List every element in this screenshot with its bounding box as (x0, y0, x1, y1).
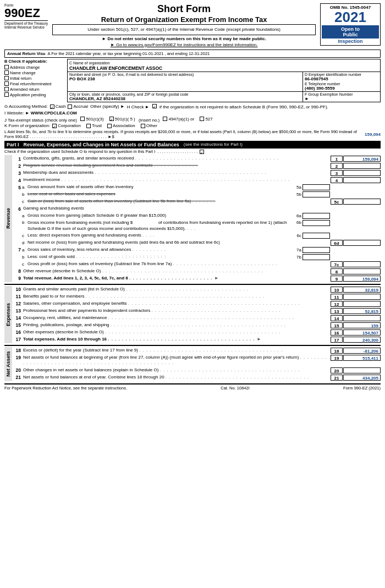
cash-checkbox[interactable] (50, 105, 54, 109)
tax-year-text: A For the 2021 calendar year, or tax yea… (47, 51, 210, 56)
line-6a-letter: a (22, 213, 26, 218)
other-label: Other (specify) ► (90, 104, 125, 109)
line-3-amount (343, 170, 381, 176)
line-5b-desc: Less: cost or other basis and sales expe… (26, 191, 296, 197)
line-12-desc: Salaries, other compensation, and employ… (22, 301, 330, 306)
line-1-desc: Contributions, gifts, grants, and simila… (22, 156, 330, 161)
amended-return-checkbox[interactable] (4, 87, 9, 91)
accrual-checkbox-group: Accrual (68, 104, 88, 109)
line-14-amount (343, 315, 381, 321)
line-13-num: 13 (12, 308, 22, 314)
k-trust-checkbox[interactable] (86, 124, 91, 128)
h-checkbox[interactable] (152, 104, 157, 108)
i-value: WWW.CPDCLEA.COM (31, 111, 77, 116)
part1-heading: Revenue, Expenses, and Changes in Net As… (24, 142, 179, 147)
line-6c-box (302, 233, 330, 239)
f-label: F Group Exemption Number (305, 92, 378, 96)
line-5-num: 5 (12, 185, 22, 190)
line-7b-row: b Less: cost of goods sold . . . . . . .… (12, 254, 381, 261)
c-label: C Name of organization (69, 61, 110, 65)
line-20-num: 20 (12, 367, 22, 373)
check-final-return: Final return/terminated (4, 81, 65, 86)
5b-label: 5b (296, 192, 301, 197)
accrual-checkbox[interactable] (68, 105, 72, 109)
check-applicable-section: B Check if applicable: Address change Na… (4, 59, 65, 102)
line-16-amount: 154,507 (343, 329, 381, 336)
line-5c-ref: 5c (331, 199, 343, 205)
revenue-section: Revenue 1 Contributions, gifts, grants, … (4, 155, 381, 282)
line-4-num: 4 (12, 178, 22, 183)
line-19-row: 19 Net assets or fund balances at beginn… (12, 354, 381, 367)
accrual-label: Accrual (73, 104, 88, 109)
line-1-num: 1 (12, 156, 22, 162)
6c-label: 6c (297, 233, 301, 238)
line-7a-letter: a (22, 248, 26, 252)
check-application-pending: Application pending (4, 92, 65, 97)
address-change-label: Address change (10, 65, 40, 70)
line-5b-row: b Less: cost or other basis and sales ex… (12, 191, 381, 198)
name-change-checkbox[interactable] (4, 70, 9, 75)
line-15-desc: Printing, publications, postage, and shi… (22, 322, 330, 328)
line-5a-letter: a (22, 185, 26, 190)
i-label: I Website: ► (4, 111, 30, 116)
line-2-num: 2 (12, 163, 22, 169)
line-11-num: 11 (12, 294, 22, 299)
line-3-desc: Membership dues and assessments . . . . … (22, 170, 330, 175)
check-initial-return: Initial return (4, 76, 65, 81)
return-title: Return of Organization Exempt From Incom… (52, 15, 316, 25)
line-7a-box (302, 247, 330, 253)
part1-schedule-o-checkbox[interactable] (200, 150, 204, 154)
line-11-desc: Benefits paid to or for members . . . . … (22, 294, 330, 299)
accounting-method-row: G Accounting Method: Cash Accrual Other … (4, 104, 381, 109)
line-16-num: 16 (12, 329, 22, 335)
initial-return-checkbox[interactable] (4, 76, 9, 80)
j-4947: 4947(a)(1) or (168, 117, 194, 122)
7a-label: 7a (296, 248, 301, 252)
k-corp-checkbox[interactable] (52, 124, 57, 128)
footer-bar: For Paperwork Reduction Act Notice, see … (4, 383, 381, 391)
phone-value: (480) 390-5559 (305, 86, 378, 91)
line-6d-row: d Net income or (loss) from gaming and f… (12, 239, 381, 246)
line-9-amount: 159,094 (343, 276, 381, 282)
line-12-num: 12 (12, 301, 22, 306)
j-501c5-checkbox[interactable] (109, 117, 114, 121)
year-big: 2021 (322, 10, 379, 24)
line-21-desc: Net assets or fund balances at end of ye… (22, 375, 330, 380)
j-527-checkbox[interactable] (200, 117, 204, 121)
initial-return-label: Initial return (10, 76, 31, 81)
line-7a-row: 7 a Gross sales of inventory, less retur… (12, 246, 381, 254)
j-501c3-checkbox[interactable] (80, 117, 85, 121)
final-return-checkbox[interactable] (4, 81, 9, 86)
application-pending-checkbox[interactable] (4, 92, 9, 97)
k-assoc-checkbox[interactable] (107, 124, 112, 128)
line-17-ref: 17 (331, 337, 343, 343)
address-label: Number and street (or P. O. box, if mail… (69, 73, 301, 76)
line-1-row: 1 Contributions, gifts, grants, and simi… (12, 155, 381, 162)
part1-title: Part I (7, 142, 19, 147)
line-19-num: 19 (12, 355, 22, 360)
j-501c5: 501(c)( 5 ) (115, 117, 135, 122)
k-trust: Trust (92, 123, 102, 128)
line-6b-desc: Gross income from fundraising events (no… (26, 220, 296, 232)
k-other-checkbox[interactable] (141, 124, 145, 128)
line-6b-box (302, 220, 330, 226)
line-5a-desc: Gross amount from sale of assets other t… (26, 184, 296, 190)
j-501c3: 501(c)(3) (86, 117, 103, 122)
annual-return-label: Annual Return Visu (7, 51, 45, 56)
inspection-text: Inspection (322, 39, 379, 44)
go-to-line: ► Go to www.irs.gov/Form990EZ for instru… (52, 42, 316, 47)
line-7a-desc: Gross sales of inventory, less returns a… (26, 247, 296, 252)
footer-cat: Cat. No. 10642I (221, 386, 250, 391)
line-6d-amount (343, 240, 381, 246)
line-6-num: 6 (12, 206, 22, 212)
form-fields-area: B Check if applicable: Address change Na… (4, 59, 381, 102)
j-4947-checkbox[interactable] (163, 117, 167, 121)
address-change-checkbox[interactable] (4, 65, 9, 69)
line-8-ref: 8 (331, 268, 343, 274)
cash-label: Cash (56, 104, 66, 109)
line-14-desc: Occupancy, rent, utilities, and maintena… (22, 315, 330, 321)
line-21-num: 21 (12, 375, 22, 380)
k-corp: Corporation (58, 123, 81, 128)
line-6b-letter: b (22, 220, 26, 225)
check-name-change: Name change (4, 70, 65, 75)
